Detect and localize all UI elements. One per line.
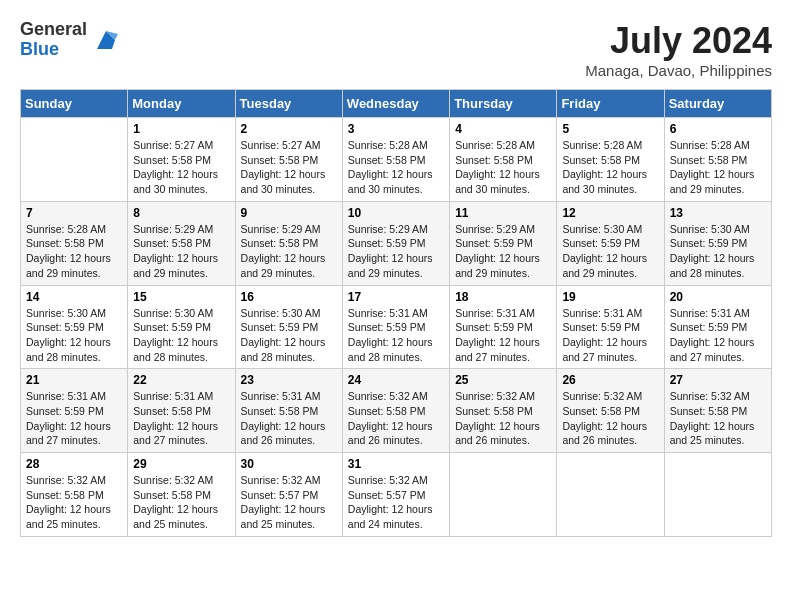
day-info: Sunrise: 5:30 AM Sunset: 5:59 PM Dayligh… [670, 222, 766, 281]
day-number: 5 [562, 122, 658, 136]
day-info: Sunrise: 5:32 AM Sunset: 5:58 PM Dayligh… [26, 473, 122, 532]
day-info: Sunrise: 5:31 AM Sunset: 5:59 PM Dayligh… [670, 306, 766, 365]
logo-icon [91, 25, 121, 55]
day-number: 9 [241, 206, 337, 220]
calendar-week-row: 1Sunrise: 5:27 AM Sunset: 5:58 PM Daylig… [21, 118, 772, 202]
calendar-cell: 30Sunrise: 5:32 AM Sunset: 5:57 PM Dayli… [235, 453, 342, 537]
day-number: 21 [26, 373, 122, 387]
day-info: Sunrise: 5:30 AM Sunset: 5:59 PM Dayligh… [133, 306, 229, 365]
calendar-cell: 28Sunrise: 5:32 AM Sunset: 5:58 PM Dayli… [21, 453, 128, 537]
day-number: 28 [26, 457, 122, 471]
day-number: 22 [133, 373, 229, 387]
day-info: Sunrise: 5:32 AM Sunset: 5:58 PM Dayligh… [562, 389, 658, 448]
day-number: 23 [241, 373, 337, 387]
day-info: Sunrise: 5:31 AM Sunset: 5:58 PM Dayligh… [241, 389, 337, 448]
day-info: Sunrise: 5:31 AM Sunset: 5:59 PM Dayligh… [562, 306, 658, 365]
calendar-cell: 6Sunrise: 5:28 AM Sunset: 5:58 PM Daylig… [664, 118, 771, 202]
day-number: 10 [348, 206, 444, 220]
day-info: Sunrise: 5:32 AM Sunset: 5:57 PM Dayligh… [348, 473, 444, 532]
calendar-cell: 20Sunrise: 5:31 AM Sunset: 5:59 PM Dayli… [664, 285, 771, 369]
day-info: Sunrise: 5:29 AM Sunset: 5:58 PM Dayligh… [133, 222, 229, 281]
calendar-cell: 24Sunrise: 5:32 AM Sunset: 5:58 PM Dayli… [342, 369, 449, 453]
day-number: 8 [133, 206, 229, 220]
calendar-cell: 29Sunrise: 5:32 AM Sunset: 5:58 PM Dayli… [128, 453, 235, 537]
calendar-cell: 27Sunrise: 5:32 AM Sunset: 5:58 PM Dayli… [664, 369, 771, 453]
day-number: 24 [348, 373, 444, 387]
weekday-header-thursday: Thursday [450, 90, 557, 118]
day-number: 14 [26, 290, 122, 304]
calendar-cell: 8Sunrise: 5:29 AM Sunset: 5:58 PM Daylig… [128, 201, 235, 285]
day-number: 18 [455, 290, 551, 304]
month-year-title: July 2024 [585, 20, 772, 62]
day-info: Sunrise: 5:29 AM Sunset: 5:59 PM Dayligh… [348, 222, 444, 281]
day-info: Sunrise: 5:29 AM Sunset: 5:58 PM Dayligh… [241, 222, 337, 281]
day-number: 20 [670, 290, 766, 304]
day-info: Sunrise: 5:30 AM Sunset: 5:59 PM Dayligh… [241, 306, 337, 365]
calendar-cell: 15Sunrise: 5:30 AM Sunset: 5:59 PM Dayli… [128, 285, 235, 369]
day-number: 26 [562, 373, 658, 387]
day-number: 12 [562, 206, 658, 220]
weekday-header-saturday: Saturday [664, 90, 771, 118]
weekday-header-friday: Friday [557, 90, 664, 118]
calendar-cell: 21Sunrise: 5:31 AM Sunset: 5:59 PM Dayli… [21, 369, 128, 453]
calendar-cell: 4Sunrise: 5:28 AM Sunset: 5:58 PM Daylig… [450, 118, 557, 202]
weekday-header-monday: Monday [128, 90, 235, 118]
calendar-cell: 1Sunrise: 5:27 AM Sunset: 5:58 PM Daylig… [128, 118, 235, 202]
calendar-cell: 25Sunrise: 5:32 AM Sunset: 5:58 PM Dayli… [450, 369, 557, 453]
day-info: Sunrise: 5:32 AM Sunset: 5:58 PM Dayligh… [670, 389, 766, 448]
day-info: Sunrise: 5:32 AM Sunset: 5:58 PM Dayligh… [348, 389, 444, 448]
calendar-cell: 18Sunrise: 5:31 AM Sunset: 5:59 PM Dayli… [450, 285, 557, 369]
day-number: 27 [670, 373, 766, 387]
day-info: Sunrise: 5:32 AM Sunset: 5:57 PM Dayligh… [241, 473, 337, 532]
logo-blue-text: Blue [20, 40, 87, 60]
day-number: 1 [133, 122, 229, 136]
logo-general-text: General [20, 20, 87, 40]
calendar-week-row: 28Sunrise: 5:32 AM Sunset: 5:58 PM Dayli… [21, 453, 772, 537]
day-number: 29 [133, 457, 229, 471]
calendar-cell: 26Sunrise: 5:32 AM Sunset: 5:58 PM Dayli… [557, 369, 664, 453]
day-info: Sunrise: 5:28 AM Sunset: 5:58 PM Dayligh… [562, 138, 658, 197]
calendar-week-row: 21Sunrise: 5:31 AM Sunset: 5:59 PM Dayli… [21, 369, 772, 453]
day-info: Sunrise: 5:27 AM Sunset: 5:58 PM Dayligh… [241, 138, 337, 197]
day-number: 3 [348, 122, 444, 136]
day-number: 13 [670, 206, 766, 220]
day-info: Sunrise: 5:28 AM Sunset: 5:58 PM Dayligh… [348, 138, 444, 197]
day-number: 2 [241, 122, 337, 136]
calendar-week-row: 14Sunrise: 5:30 AM Sunset: 5:59 PM Dayli… [21, 285, 772, 369]
day-info: Sunrise: 5:27 AM Sunset: 5:58 PM Dayligh… [133, 138, 229, 197]
calendar-cell: 31Sunrise: 5:32 AM Sunset: 5:57 PM Dayli… [342, 453, 449, 537]
day-info: Sunrise: 5:31 AM Sunset: 5:59 PM Dayligh… [348, 306, 444, 365]
day-info: Sunrise: 5:31 AM Sunset: 5:59 PM Dayligh… [26, 389, 122, 448]
weekday-header-wednesday: Wednesday [342, 90, 449, 118]
calendar-cell: 3Sunrise: 5:28 AM Sunset: 5:58 PM Daylig… [342, 118, 449, 202]
calendar-cell: 23Sunrise: 5:31 AM Sunset: 5:58 PM Dayli… [235, 369, 342, 453]
weekday-header-sunday: Sunday [21, 90, 128, 118]
weekday-header-tuesday: Tuesday [235, 90, 342, 118]
day-info: Sunrise: 5:28 AM Sunset: 5:58 PM Dayligh… [455, 138, 551, 197]
title-block: July 2024 Managa, Davao, Philippines [585, 20, 772, 79]
calendar-cell [450, 453, 557, 537]
day-info: Sunrise: 5:31 AM Sunset: 5:58 PM Dayligh… [133, 389, 229, 448]
location-subtitle: Managa, Davao, Philippines [585, 62, 772, 79]
calendar-cell: 9Sunrise: 5:29 AM Sunset: 5:58 PM Daylig… [235, 201, 342, 285]
day-number: 31 [348, 457, 444, 471]
calendar-cell: 17Sunrise: 5:31 AM Sunset: 5:59 PM Dayli… [342, 285, 449, 369]
day-info: Sunrise: 5:28 AM Sunset: 5:58 PM Dayligh… [26, 222, 122, 281]
calendar-cell: 13Sunrise: 5:30 AM Sunset: 5:59 PM Dayli… [664, 201, 771, 285]
day-number: 16 [241, 290, 337, 304]
day-number: 7 [26, 206, 122, 220]
calendar-cell: 12Sunrise: 5:30 AM Sunset: 5:59 PM Dayli… [557, 201, 664, 285]
day-number: 17 [348, 290, 444, 304]
page-header: General Blue July 2024 Managa, Davao, Ph… [20, 20, 772, 79]
calendar-cell [21, 118, 128, 202]
calendar-cell: 7Sunrise: 5:28 AM Sunset: 5:58 PM Daylig… [21, 201, 128, 285]
calendar-table: SundayMondayTuesdayWednesdayThursdayFrid… [20, 89, 772, 537]
calendar-cell: 10Sunrise: 5:29 AM Sunset: 5:59 PM Dayli… [342, 201, 449, 285]
calendar-week-row: 7Sunrise: 5:28 AM Sunset: 5:58 PM Daylig… [21, 201, 772, 285]
calendar-cell: 22Sunrise: 5:31 AM Sunset: 5:58 PM Dayli… [128, 369, 235, 453]
calendar-cell [664, 453, 771, 537]
day-number: 6 [670, 122, 766, 136]
calendar-cell: 2Sunrise: 5:27 AM Sunset: 5:58 PM Daylig… [235, 118, 342, 202]
day-number: 15 [133, 290, 229, 304]
day-number: 30 [241, 457, 337, 471]
